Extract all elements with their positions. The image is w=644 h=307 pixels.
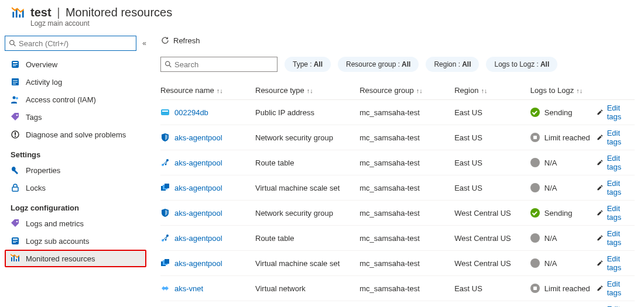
filter-pill-2[interactable]: Region : All	[426, 57, 479, 72]
refresh-icon	[160, 36, 170, 45]
resource-link[interactable]: 002294db	[174, 108, 208, 117]
col-header-4[interactable]: Logs to Logz↑↓	[530, 81, 597, 100]
nav-logz-sub-accounts[interactable]: Logz sub accounts	[5, 232, 146, 250]
nav-logs-and-metrics[interactable]: Logs and metrics	[5, 215, 146, 232]
status-text: N/A	[544, 259, 557, 268]
status-icon	[530, 133, 540, 142]
main-content: Refresh Type : AllResource group : AllRe…	[151, 31, 644, 307]
i-lock-icon	[11, 183, 20, 192]
resource-group: mc_samsaha-test	[359, 175, 454, 201]
status-text: Limit reached	[544, 133, 590, 142]
page-title: Monitored resources	[66, 6, 172, 19]
resource-link[interactable]: aks-agentpool	[174, 259, 222, 268]
route-icon	[160, 233, 170, 243]
status-icon	[530, 258, 540, 268]
status-text: N/A	[544, 234, 557, 243]
route-icon	[160, 158, 170, 167]
edit-tags-button[interactable]: Edit tags	[597, 305, 631, 307]
nav-activity-log[interactable]: Activity log	[5, 73, 146, 91]
edit-tags-button[interactable]: Edit tags	[597, 104, 631, 121]
table-row: aks-agentpool Route table mc_samsaha-tes…	[160, 226, 635, 251]
section-settings: Settings	[11, 150, 146, 159]
edit-tags-button[interactable]: Edit tags	[597, 129, 631, 146]
filter-pill-3[interactable]: Logs to Logz : All	[486, 57, 557, 72]
edit-tags-button[interactable]: Edit tags	[597, 204, 631, 222]
status-text: N/A	[544, 158, 557, 167]
table-row: aks-agentpool Virtual machine scale set …	[160, 175, 635, 201]
search-icon	[165, 60, 172, 68]
vmss-icon	[160, 258, 170, 268]
pencil-icon	[597, 234, 603, 242]
resource-search[interactable]	[160, 57, 278, 72]
refresh-button[interactable]: Refresh	[160, 36, 200, 45]
section-logz: Logz configuration	[11, 203, 146, 212]
resource-group: mc_samsaha-test	[359, 251, 454, 276]
resource-link[interactable]: aks-agentpool	[174, 133, 222, 142]
nav-access-control-iam-[interactable]: Access control (IAM)	[5, 91, 146, 108]
edit-tags-button[interactable]: Edit tags	[597, 154, 631, 171]
sidebar: « Overview Activity log Access control (…	[0, 31, 151, 307]
resource-group: mc_samsaha-test	[359, 301, 454, 308]
nav-label: Overview	[26, 60, 57, 69]
nav-label: Activity log	[26, 78, 62, 87]
table-row: aks-vnet Virtual network mc_samsaha-test…	[160, 301, 635, 308]
resource-link[interactable]: aks-agentpool	[174, 158, 222, 167]
resource-group: mc_samsaha-test	[359, 100, 454, 125]
collapse-sidebar-button[interactable]: «	[142, 39, 146, 47]
resource-link[interactable]: aks-agentpool	[174, 184, 222, 192]
nav-properties[interactable]: Properties	[5, 161, 146, 179]
page-header: test | Monitored resources Logz main acc…	[0, 0, 644, 31]
search-icon	[9, 39, 16, 47]
resource-link[interactable]: aks-agentpool	[174, 209, 222, 218]
resource-region: West Central US	[454, 226, 530, 251]
resource-link[interactable]: aks-agentpool	[174, 234, 222, 243]
status-text: Sending	[544, 108, 573, 117]
status-icon	[530, 108, 540, 117]
filter-pill-0[interactable]: Type : All	[285, 57, 331, 72]
table-row: aks-agentpool Virtual machine scale set …	[160, 251, 635, 276]
status-text: Limit reached	[544, 284, 590, 293]
resource-group: mc_samsaha-test	[359, 226, 454, 251]
resource-link[interactable]: aks-vnet	[174, 284, 203, 293]
nav-overview[interactable]: Overview	[5, 56, 146, 73]
col-header-3[interactable]: Region↑↓	[454, 81, 530, 100]
resource-type: Virtual network	[255, 301, 359, 308]
nav-monitored-resources[interactable]: Monitored resources	[5, 250, 146, 267]
i-log-icon	[11, 77, 20, 87]
pencil-icon	[597, 158, 603, 167]
resource-type: Route table	[255, 226, 359, 251]
edit-tags-button[interactable]: Edit tags	[597, 179, 631, 196]
status-icon	[530, 183, 540, 192]
refresh-label: Refresh	[173, 36, 200, 45]
resource-search-input[interactable]	[172, 60, 273, 69]
ip-icon	[160, 108, 170, 117]
sidebar-search-input[interactable]	[16, 39, 132, 48]
edit-tags-button[interactable]: Edit tags	[597, 254, 631, 272]
edit-tags-button[interactable]: Edit tags	[597, 280, 631, 297]
resource-region: West Central US	[454, 251, 530, 276]
col-header-0[interactable]: Resource name↑↓	[160, 81, 255, 100]
nav-locks[interactable]: Locks	[5, 179, 146, 196]
filter-pill-1[interactable]: Resource group : All	[338, 57, 419, 72]
nav-tags[interactable]: Tags	[5, 108, 146, 126]
nav-diagnose-and-solve-problems[interactable]: Diagnose and solve problems	[5, 126, 146, 143]
edit-tags-button[interactable]: Edit tags	[597, 229, 631, 247]
i-overview-icon	[11, 60, 20, 69]
title-separator: |	[57, 6, 60, 19]
table-row: 002294db Public IP address mc_samsaha-te…	[160, 100, 635, 125]
nav-label: Access control (IAM)	[26, 95, 96, 104]
status-icon	[530, 158, 540, 167]
status-icon	[530, 233, 540, 243]
status-text: Sending	[544, 209, 573, 218]
resource-region: East US	[454, 175, 530, 201]
sidebar-search[interactable]	[5, 36, 136, 51]
col-header-1[interactable]: Resource type↑↓	[255, 81, 359, 100]
col-header-2[interactable]: Resource group↑↓	[359, 81, 454, 100]
resource-region: East US	[454, 150, 530, 175]
resource-region: East US	[454, 100, 530, 125]
resource-group: mc_samsaha-test	[359, 150, 454, 175]
table-row: aks-agentpool Network security group mc_…	[160, 125, 635, 150]
nav-label: Diagnose and solve problems	[26, 130, 126, 139]
resource-region: West Central US	[454, 201, 530, 226]
table-row: aks-vnet Virtual network mc_samsaha-test…	[160, 276, 635, 301]
